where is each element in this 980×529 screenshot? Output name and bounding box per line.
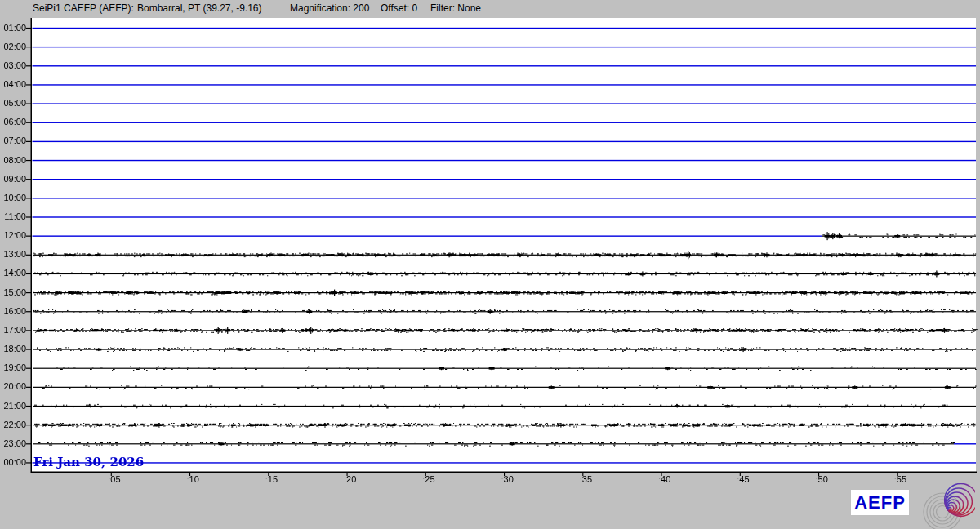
y-axis-label: 13:00 bbox=[0, 249, 26, 260]
x-axis-label: :05 bbox=[108, 474, 120, 484]
y-axis-label: 04:00 bbox=[0, 79, 26, 90]
y-axis-label: 10:00 bbox=[0, 193, 26, 203]
y-axis-label: 03:00 bbox=[0, 60, 26, 71]
spiral-colored-rings bbox=[945, 483, 975, 516]
y-axis-label: 18:00 bbox=[0, 344, 26, 354]
y-axis-label: 06:00 bbox=[0, 117, 26, 127]
y-axis-label: 02:00 bbox=[0, 42, 26, 52]
y-axis-label: 00:00 bbox=[0, 457, 26, 468]
aefp-logo: AEFP bbox=[851, 490, 909, 515]
y-axis-label: 12:00 bbox=[0, 230, 26, 241]
y-axis-label: 01:00 bbox=[0, 23, 26, 33]
x-axis-label: :50 bbox=[816, 474, 828, 484]
x-axis-label: :45 bbox=[737, 474, 749, 484]
date-marker: Fri Jan 30, 2026 bbox=[33, 455, 144, 469]
x-axis-label: :10 bbox=[187, 474, 199, 484]
y-axis-label: 20:00 bbox=[0, 381, 26, 392]
aefp-logo-text: AEFP bbox=[854, 492, 906, 513]
y-axis-label: 11:00 bbox=[0, 211, 26, 222]
y-axis-label: 09:00 bbox=[0, 174, 26, 184]
y-axis-label: 16:00 bbox=[0, 306, 26, 317]
x-axis-label: :30 bbox=[501, 474, 514, 484]
y-axis-label: 14:00 bbox=[0, 268, 26, 278]
y-axis-label: 21:00 bbox=[0, 401, 26, 411]
y-axis-label: 07:00 bbox=[0, 136, 26, 146]
x-axis-label: :25 bbox=[422, 474, 434, 484]
x-axis-label: :15 bbox=[265, 474, 278, 484]
y-axis-label: 08:00 bbox=[0, 155, 26, 166]
y-axis-label: 05:00 bbox=[0, 98, 26, 109]
seismic-spiral-icon bbox=[920, 483, 975, 529]
y-axis-label: 17:00 bbox=[0, 325, 26, 336]
x-axis-label: :35 bbox=[580, 474, 592, 484]
x-axis-label: :20 bbox=[344, 474, 356, 484]
x-axis-label: :40 bbox=[658, 474, 670, 484]
helicorder-plot[interactable] bbox=[0, 0, 980, 529]
y-axis-label: 15:00 bbox=[0, 287, 26, 298]
x-axis-label: :55 bbox=[894, 474, 906, 484]
y-axis-label: 22:00 bbox=[0, 420, 26, 430]
y-axis-label: 23:00 bbox=[0, 438, 26, 449]
y-axis-label: 19:00 bbox=[0, 362, 26, 373]
